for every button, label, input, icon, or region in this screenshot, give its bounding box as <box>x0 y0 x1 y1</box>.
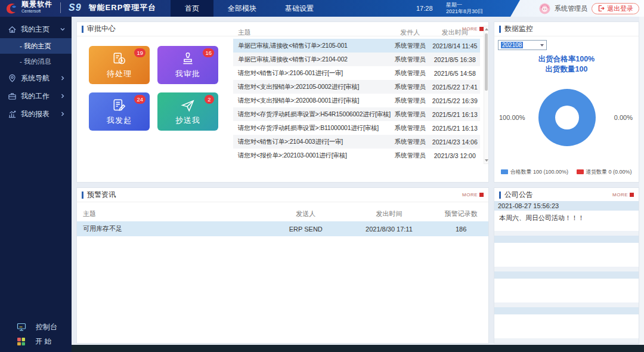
announcements-more-button[interactable]: MORE <box>612 192 634 197</box>
logo-divider <box>60 2 61 13</box>
announcement-content <box>494 314 639 338</box>
announcement-item-empty <box>494 271 639 302</box>
panel-accent-bar <box>499 26 501 33</box>
tile-initiated-by-me[interactable]: 24 我发起 <box>89 92 150 131</box>
start-button[interactable]: 开 始 <box>0 334 72 348</box>
sidebar-item-system-nav[interactable]: 系统导航 <box>0 69 72 87</box>
company-logo-icon <box>5 1 18 14</box>
cell-time: 2021/5/22 17:41 <box>430 80 480 94</box>
approval-table-row[interactable]: 请您对<报价单>:202103-0001进行[审核]系统管理员2021/3/3 … <box>233 149 480 162</box>
cell-subject: 请您对<报价单>:202103-0001进行[审核] <box>233 149 391 162</box>
start-label: 开 始 <box>35 336 51 347</box>
col-header-subject: 主题 <box>233 26 391 39</box>
legend-swatch <box>501 169 508 174</box>
start-icon <box>17 337 26 346</box>
cell-sender: 系统管理员 <box>391 80 430 94</box>
tile-cc-to-me[interactable]: 2 抄送我 <box>157 92 218 131</box>
chart-legend: 合格数量 100 (100.00%) 退货数量 0 (0.00%) <box>494 168 639 176</box>
sidebar-subitem-my-messages[interactable]: - 我的消息 <box>0 54 72 69</box>
approval-table-row[interactable]: 请您对<销售订单>:2106-001进行[一审]系统管理员2021/6/5 14… <box>233 66 480 80</box>
approval-table-row[interactable]: 请您对<支出报销单>:202008-0001进行[审核]系统管理员2021/5/… <box>233 94 480 107</box>
alerts-table-row[interactable]: 可用库存不足 ERP SEND 2021/8/30 17:11 186 <box>77 221 488 236</box>
sidebar-item-my-home[interactable]: 我的主页 <box>0 20 72 38</box>
sidebar-subitem-my-home[interactable]: - 我的主页 <box>0 38 72 54</box>
briefcase-icon <box>8 92 17 101</box>
nav-tab-basic-settings[interactable]: 基础设置 <box>271 0 328 17</box>
my-approvals-count-badge: 16 <box>203 48 214 57</box>
approval-center-panel: 审批中心 MORE 19 待处理 16 <box>76 21 489 183</box>
period-select[interactable]: 202108 <box>498 40 547 50</box>
scroll-up-icon[interactable] <box>485 28 488 30</box>
approval-table-header: 主题 发件人 发出时间 <box>233 26 480 39</box>
data-monitor-panel: 数据监控 202108 出货合格率100% 出货数量100 100.00% 0.… <box>494 21 639 183</box>
alerts-table-header: 主题 发送人 发出时间 预警记录数 <box>77 206 488 221</box>
tile-label: 我审批 <box>175 69 200 79</box>
cell-sender: 系统管理员 <box>391 149 430 162</box>
console-icon <box>17 322 26 332</box>
panel-accent-bar <box>82 192 83 199</box>
tile-my-approvals[interactable]: 16 我审批 <box>157 46 218 84</box>
sidebar-item-label: 系统导航 <box>21 73 55 84</box>
approval-table-row[interactable]: 单据已审核,请接收<销售订单>:2104-002系统管理员2021/8/5 16… <box>233 53 480 66</box>
approval-table-row[interactable]: 请您对<支出报销单>:202105-0002进行[审核]系统管理员2021/5/… <box>233 80 480 94</box>
nav-tab-all-modules[interactable]: 全部模块 <box>213 0 271 17</box>
logout-label: 退出登录 <box>607 4 633 13</box>
page-scrollbar[interactable] <box>639 17 644 345</box>
home-icon <box>8 25 17 34</box>
announcement-date <box>494 236 639 243</box>
scrollbar-thumb[interactable] <box>485 33 488 91</box>
logout-button[interactable]: 退出登录 <box>592 3 639 14</box>
chevron-down-icon <box>540 44 544 47</box>
legend-item-pass: 合格数量 100 (100.00%) <box>501 168 568 176</box>
sidebar-item-my-reports[interactable]: 我的报表 <box>0 105 72 123</box>
alerts-title: 预警资讯 <box>87 190 116 200</box>
cell-time: 2021/3/3 12:00 <box>430 149 480 162</box>
sidebar-item-label: 我的报表 <box>21 109 55 119</box>
cell-sender: ERP SEND <box>267 221 345 236</box>
announcement-item[interactable]: 2021-08-27 15:56:23 本周六、周日公司活动！！！ <box>494 201 639 231</box>
panel-accent-bar <box>499 192 501 199</box>
announcement-content <box>494 279 639 302</box>
cell-sender: 系统管理员 <box>391 121 430 135</box>
nav-tab-home[interactable]: 首页 <box>171 0 213 17</box>
scroll-down-icon[interactable] <box>485 159 488 162</box>
donut-label-left: 100.00% <box>499 114 525 121</box>
cell-record-count: 186 <box>434 221 488 236</box>
alerts-more-button[interactable]: MORE <box>462 192 484 197</box>
company-name-en: Centersoft <box>21 8 52 14</box>
doc-clock-icon <box>112 51 127 67</box>
user-avatar[interactable] <box>539 3 550 14</box>
donut-label-right: 0.00% <box>614 114 633 121</box>
chevron-right-icon <box>60 93 66 99</box>
approval-table-row[interactable]: 请您对<存货浮动耗损率设置>:H54R15006002进行[审核]系统管理员20… <box>233 107 480 121</box>
cc-count-badge: 2 <box>205 95 214 104</box>
cell-subject: 单据已审核,请接收<销售订单>:2104-002 <box>233 53 391 66</box>
more-icon <box>630 193 634 197</box>
legend-item-return: 退货数量 0 (0.00%) <box>577 168 632 176</box>
approval-table-scrollbar[interactable] <box>484 26 489 164</box>
cell-sender: 系统管理员 <box>391 135 430 149</box>
cell-time: 2021/8/5 16:38 <box>430 53 480 66</box>
sidebar: 我的主页 - 我的主页 - 我的消息 系统导航 <box>0 17 72 352</box>
announcement-item-empty <box>494 236 639 267</box>
alerts-panel: 预警资讯 MORE 主题 发送人 发出时间 预警记录数 可用库存不足 ERP S… <box>76 187 489 344</box>
announcement-date: 2021-08-27 15:56:23 <box>494 201 639 211</box>
legend-swatch <box>577 169 584 174</box>
approval-table-row[interactable]: 请您对<销售订单>:2104-003进行[一审]系统管理员2021/4/23 1… <box>233 135 480 149</box>
tile-pending[interactable]: 19 待处理 <box>89 46 150 84</box>
col-header-sender: 发送人 <box>267 206 345 221</box>
cell-time: 2021/5/21 16:13 <box>430 107 480 121</box>
sidebar-item-my-work[interactable]: 我的工作 <box>0 87 72 105</box>
approval-table-row[interactable]: 请您对<存货浮动耗损率设置>:B11000001进行[审核]系统管理员2021/… <box>233 121 480 135</box>
cell-subject: 请您对<销售订单>:2106-001进行[一审] <box>233 66 391 80</box>
approval-table: 主题 发件人 发出时间 单据已审核,请接收<销售订单>:2105-001系统管理… <box>233 26 480 162</box>
more-icon <box>479 27 484 31</box>
cell-sender: 系统管理员 <box>391 94 430 107</box>
console-button[interactable]: 控制台 <box>0 320 72 334</box>
approval-table-row[interactable]: 单据已审核,请接收<销售订单>:2105-001系统管理员2021/8/14 1… <box>233 39 480 53</box>
cell-sender: 系统管理员 <box>391 66 430 80</box>
cell-subject: 请您对<支出报销单>:202008-0001进行[审核] <box>233 94 391 107</box>
announcement-item-empty <box>494 307 639 338</box>
top-navigation: 首页 全部模块 基础设置 <box>171 0 328 17</box>
col-header-time: 发出时间 <box>345 206 434 221</box>
